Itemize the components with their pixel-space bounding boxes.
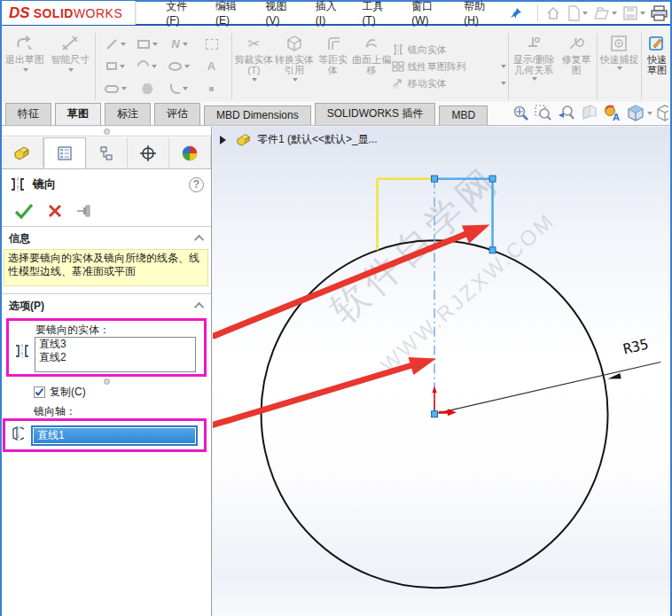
move-entities-button[interactable]: 移动实体 (392, 77, 506, 90)
quick-snaps-dropdown[interactable] (617, 66, 622, 73)
display-style-icon[interactable] (656, 104, 668, 123)
ellipse-dropdown[interactable] (184, 65, 190, 71)
zoom-area-icon[interactable] (534, 104, 553, 123)
tab-annotate[interactable]: 标注 (105, 103, 151, 125)
keep-visible-pin-button[interactable] (76, 205, 94, 217)
new-document-icon[interactable] (565, 4, 590, 23)
spline-dropdown[interactable] (183, 43, 188, 49)
section-view-icon[interactable] (580, 104, 599, 123)
open-document-dropdown[interactable] (612, 12, 617, 18)
display-relations-dropdown[interactable] (532, 77, 537, 83)
slot-tool[interactable] (99, 78, 131, 100)
configuration-manager-tab[interactable] (86, 137, 128, 168)
part-tree-label[interactable]: 零件1 (默认<<默认>_显... (257, 132, 378, 147)
collapse-chevron-icon[interactable] (194, 302, 204, 312)
convert-dropdown[interactable] (293, 78, 298, 84)
tab-sketch[interactable]: 草图 (55, 103, 101, 125)
save-dropdown[interactable] (640, 12, 645, 18)
pattern-tool[interactable] (195, 33, 227, 55)
quick-snaps-button[interactable]: 快速捕捉 (599, 31, 640, 102)
fillet-tool[interactable] (163, 78, 195, 100)
spline-tool[interactable]: N (163, 33, 195, 55)
corner-rectangle-tool[interactable] (99, 55, 131, 77)
exit-sketch-dropdown[interactable] (23, 68, 28, 74)
fillet-dropdown[interactable] (183, 87, 188, 93)
exit-sketch-button[interactable]: 退出草图 (2, 31, 48, 102)
dimxpert-manager-tab[interactable] (128, 137, 169, 168)
linear-pattern-dropdown[interactable] (501, 65, 506, 71)
tab-solidworks-addins[interactable]: SOLIDWORKS 插件 (315, 103, 436, 125)
smart-dimension-button[interactable]: 智能尺寸 (48, 31, 94, 102)
menu-help[interactable]: 帮助(H) (453, 0, 504, 30)
view-orientation-dropdown[interactable] (647, 112, 652, 118)
offset-entities-button[interactable]: 等距实体 (315, 31, 352, 102)
cancel-button[interactable] (48, 204, 62, 218)
menu-insert[interactable]: 插入(I) (305, 0, 352, 30)
repair-sketch-button[interactable]: 修复草图 (558, 31, 595, 102)
tab-evaluate[interactable]: 评估 (154, 103, 200, 125)
list-item[interactable]: 直线3 (35, 338, 195, 351)
zoom-fit-icon[interactable] (511, 104, 530, 123)
smart-dimension-dropdown[interactable] (68, 68, 74, 74)
rectangle-tool[interactable] (131, 33, 163, 55)
splitter-grip[interactable] (104, 129, 110, 135)
home-icon[interactable] (543, 4, 563, 23)
view-orientation-button[interactable] (626, 104, 652, 123)
mirror-axis-field[interactable]: 直线1 (31, 425, 198, 446)
rectangle-dropdown[interactable] (152, 43, 158, 49)
trim-entities-button[interactable]: ✂ 剪裁实体(T) (234, 31, 275, 102)
slot-dropdown[interactable] (121, 87, 127, 93)
list-item[interactable]: 直线2 (35, 351, 195, 364)
feature-manager-tab[interactable] (2, 137, 43, 168)
sketch-canvas[interactable]: 软件自学网 WWW.RJZXW.COM R35 (213, 127, 670, 616)
tab-features[interactable]: 特征 (5, 103, 51, 125)
linear-pattern-button[interactable]: 线性草图阵列 (392, 60, 506, 74)
previous-view-icon[interactable] (557, 104, 576, 123)
info-section-header[interactable]: 信息 (2, 230, 211, 247)
group-resize-grip[interactable] (104, 378, 110, 385)
text-tool[interactable]: A (195, 55, 227, 77)
convert-entities-button[interactable]: 转换实体引用 (274, 31, 315, 102)
tab-mbd[interactable]: MBD (439, 105, 488, 125)
surface-offset-button[interactable]: 曲面上偏移 (351, 31, 392, 102)
print-icon[interactable] (649, 4, 670, 23)
flyout-feature-tree[interactable]: 零件1 (默认<<默认>_显... (220, 132, 378, 147)
save-icon[interactable] (621, 4, 647, 23)
mirror-axis-selected-item[interactable]: 直线1 (34, 428, 195, 443)
menu-file[interactable]: 文件(F) (155, 0, 205, 30)
property-manager-tab[interactable] (43, 137, 86, 168)
options-section-header[interactable]: 选项(P) (2, 297, 211, 315)
dimension-leader-line[interactable] (437, 363, 660, 414)
point-tool[interactable] (195, 78, 227, 100)
panel-splitter[interactable] (2, 127, 211, 136)
ok-button[interactable] (14, 203, 34, 219)
corner-rectangle-dropdown[interactable] (120, 65, 125, 71)
menu-edit[interactable]: 编辑(E) (205, 0, 254, 30)
entities-listbox[interactable]: 直线3 直线2 (35, 337, 196, 372)
new-document-dropdown[interactable] (582, 12, 588, 18)
tree-expand-icon[interactable] (220, 136, 231, 144)
help-icon[interactable]: ? (189, 177, 204, 192)
copy-checkbox[interactable] (34, 386, 45, 398)
arc-dropdown[interactable] (152, 65, 157, 71)
radius-dimension-label[interactable]: R35 (621, 336, 650, 358)
ellipse-tool[interactable] (163, 55, 195, 77)
line-dropdown[interactable] (121, 43, 126, 49)
arc-tool[interactable] (131, 55, 163, 77)
display-manager-tab[interactable] (169, 137, 211, 168)
polygon-tool[interactable] (131, 78, 163, 100)
collapse-chevron-icon[interactable] (194, 235, 204, 245)
menu-window[interactable]: 窗口(W) (401, 0, 453, 30)
pin-menu-icon[interactable] (509, 6, 523, 20)
display-delete-relations-button[interactable]: 显示/删除几何关系 (511, 31, 558, 102)
line-tool[interactable] (99, 33, 131, 55)
rapid-sketch-button[interactable]: 快速草图 (644, 31, 670, 102)
mirror-entities-button[interactable]: 镜向实体 (392, 43, 506, 57)
tab-mbd-dimensions[interactable]: MBD Dimensions (204, 105, 311, 125)
edit-appearance-icon[interactable]: A (603, 104, 622, 123)
menu-tools[interactable]: 工具(T) (351, 0, 401, 30)
menu-view[interactable]: 视图(V) (254, 0, 304, 30)
graphics-area[interactable]: 软件自学网 WWW.RJZXW.COM R35 (213, 127, 670, 616)
trim-dropdown[interactable] (252, 78, 257, 84)
move-entities-dropdown[interactable] (501, 82, 506, 88)
